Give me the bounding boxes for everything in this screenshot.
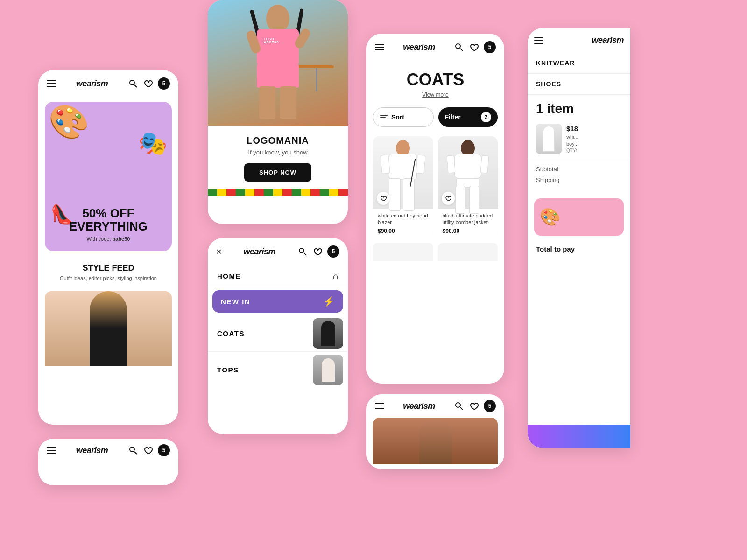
cart-price: $18 bbox=[566, 125, 622, 133]
tops-thumbnail bbox=[313, 355, 343, 385]
product-image-1 bbox=[373, 136, 433, 209]
coats-title: COATS bbox=[375, 70, 496, 90]
subtotal-label: Subtotal bbox=[536, 166, 558, 173]
search-icon-4[interactable] bbox=[454, 42, 464, 52]
menu-item-tops[interactable]: TOPS bbox=[208, 352, 348, 388]
product-card-2[interactable]: blush ultimate padded utility bomber jac… bbox=[438, 136, 498, 238]
nav-icons-3: 5 bbox=[297, 245, 339, 258]
hamburger-5[interactable] bbox=[375, 403, 384, 409]
home-icon: ⌂ bbox=[333, 271, 338, 281]
menu-item-home[interactable]: HOME ⌂ bbox=[208, 265, 348, 287]
subtotal-row: Subtotal bbox=[536, 166, 622, 173]
brand-logo-1: wearism bbox=[76, 79, 108, 89]
svg-line-9 bbox=[460, 407, 463, 410]
coats-thumbnail bbox=[313, 318, 343, 349]
svg-line-3 bbox=[134, 452, 137, 454]
filter-count: 2 bbox=[481, 112, 491, 122]
sort-label: Sort bbox=[391, 113, 404, 121]
cart-product-qty: QTY: bbox=[566, 148, 622, 153]
hamburger-6[interactable] bbox=[534, 37, 543, 44]
style-feed-section: STYLE FEED Outfit ideas, editor picks, s… bbox=[38, 256, 178, 287]
product-info-2: blush ultimate padded utility bomber jac… bbox=[438, 209, 498, 238]
phone-home-screen-2: wearism 5 bbox=[38, 439, 178, 485]
wishlist-button-1[interactable] bbox=[377, 192, 390, 205]
cart-badge-1[interactable]: 5 bbox=[158, 77, 170, 90]
campaign-subtitle: If you know, you show bbox=[216, 149, 339, 156]
wishlist-icon[interactable] bbox=[143, 78, 153, 89]
logomania-content: LOGOMANIA If you know, you show SHOP NOW bbox=[208, 126, 348, 191]
phone-cart: wearism KNITWEAR SHOES 1 item $18 whi...… bbox=[528, 28, 630, 448]
nav-bar-4: wearism 5 bbox=[366, 34, 504, 61]
person-preview-1 bbox=[45, 291, 172, 366]
cart-badge-5[interactable]: 5 bbox=[484, 400, 496, 412]
brand-logo-3: wearism bbox=[244, 247, 276, 257]
search-icon-3[interactable] bbox=[297, 246, 308, 257]
filter-label: Filter bbox=[445, 113, 461, 121]
product-grid-partial bbox=[366, 243, 504, 261]
coats-header: COATS View more bbox=[366, 61, 504, 103]
cart-product-details: $18 whi...boy... QTY: bbox=[566, 125, 622, 153]
campaign-title: LOGOMANIA bbox=[216, 135, 339, 146]
phone-coats-listing: wearism 5 COATS View more Sort bbox=[366, 34, 504, 384]
nav-bar-6: wearism bbox=[528, 28, 630, 53]
cart-badge-4[interactable]: 5 bbox=[484, 41, 496, 53]
sticker-top: 🎨 bbox=[49, 105, 89, 138]
shoes-label: SHOES bbox=[536, 80, 622, 88]
nav-knitwear[interactable]: KNITWEAR bbox=[528, 53, 630, 74]
view-more-link[interactable]: View more bbox=[375, 91, 496, 98]
search-icon-7[interactable] bbox=[128, 445, 138, 455]
phone-logomania: LEGITACCESS LOGOMANIA If you know, you s… bbox=[208, 0, 348, 224]
nav-icons-4: 5 bbox=[454, 41, 496, 53]
shop-now-button[interactable]: SHOP NOW bbox=[244, 163, 311, 182]
product-card-1[interactable]: white co ord boyfriend blazer $90.00 bbox=[373, 136, 433, 238]
brand-logo-7: wearism bbox=[76, 446, 108, 455]
cart-badge-3[interactable]: 5 bbox=[327, 245, 339, 258]
product-name-1: white co ord boyfriend blazer bbox=[378, 212, 429, 226]
cart-product-image bbox=[536, 124, 562, 154]
sort-lines-icon bbox=[380, 115, 388, 119]
brand-logo-5: wearism bbox=[403, 401, 435, 411]
cart-promo-sticker: 🎨 bbox=[540, 207, 561, 227]
lightning-icon: ⚡ bbox=[323, 296, 335, 307]
svg-point-8 bbox=[456, 403, 460, 407]
close-icon[interactable]: × bbox=[216, 247, 222, 256]
brand-logo-4: wearism bbox=[403, 42, 435, 52]
product-grid: white co ord boyfriend blazer $90.00 bbox=[366, 132, 504, 243]
promo-text: 50% OFF EVERYTHING With code: babe50 bbox=[69, 207, 148, 242]
nav-shoes[interactable]: SHOES bbox=[528, 74, 630, 95]
sort-button[interactable]: Sort bbox=[373, 107, 434, 127]
cart-product-name: whi...boy... bbox=[566, 133, 622, 147]
filter-button[interactable]: Filter 2 bbox=[438, 107, 498, 127]
hamburger-menu-icon-4[interactable] bbox=[375, 44, 384, 50]
wishlist-icon-3[interactable] bbox=[312, 246, 323, 257]
wishlist-icon-7[interactable] bbox=[143, 445, 153, 455]
wishlist-icon-4[interactable] bbox=[469, 42, 479, 52]
search-icon[interactable] bbox=[128, 78, 138, 89]
svg-point-2 bbox=[130, 447, 134, 452]
svg-line-1 bbox=[134, 85, 137, 87]
cart-totals: Subtotal Shipping bbox=[528, 159, 630, 194]
menu-tops-label: TOPS bbox=[212, 361, 244, 378]
search-icon-5[interactable] bbox=[454, 401, 464, 411]
sort-filter-row: Sort Filter 2 bbox=[366, 103, 504, 132]
menu-coats-label: COATS bbox=[212, 325, 249, 342]
nav-bar-5: wearism 5 bbox=[366, 394, 504, 418]
nav-bar-3: × wearism 5 bbox=[208, 238, 348, 265]
menu-item-new-in[interactable]: NEW IN ⚡ bbox=[212, 290, 343, 313]
product-hero-partial bbox=[373, 418, 498, 464]
decorative-stripe bbox=[208, 189, 348, 196]
hamburger-menu-icon[interactable] bbox=[47, 80, 56, 87]
phone-product-partial: wearism 5 bbox=[366, 394, 504, 469]
cart-badge-7[interactable]: 5 bbox=[158, 444, 170, 456]
style-feed-title: STYLE FEED bbox=[47, 263, 170, 273]
brand-logo-6: wearism bbox=[592, 35, 624, 45]
checkout-bar[interactable] bbox=[528, 425, 630, 448]
svg-point-6 bbox=[456, 44, 460, 49]
product-image-2 bbox=[438, 136, 498, 209]
menu-item-coats[interactable]: COATS bbox=[208, 315, 348, 352]
wishlist-icon-5[interactable] bbox=[469, 401, 479, 411]
phone-home-screen: wearism 5 🎨 👠 🎭 50% OFF EVERYTHING bbox=[38, 70, 178, 425]
hamburger-menu-icon-7[interactable] bbox=[47, 447, 56, 454]
wishlist-button-2[interactable] bbox=[442, 192, 455, 205]
style-feed-desc: Outfit ideas, editor picks, styling insp… bbox=[47, 275, 170, 282]
